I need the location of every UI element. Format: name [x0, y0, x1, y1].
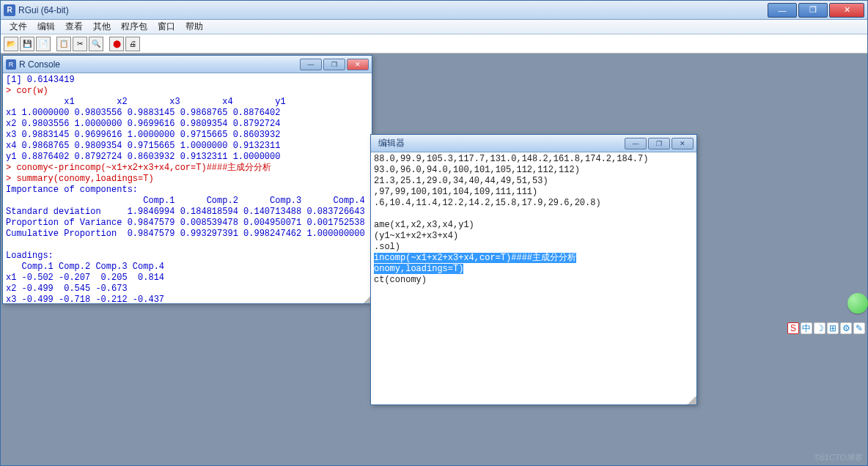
output-line: x3 -0.499 -0.718 -0.212 -0.437 — [6, 295, 164, 303]
output-line: Loadings: — [6, 251, 54, 261]
ime-symbol-icon[interactable]: ⊞ — [827, 322, 839, 334]
output-line: Importance of components: — [6, 185, 138, 195]
editor-line: 88.0,99.9,105.3,117.7,131.0,148.2,161.8,… — [374, 154, 648, 164]
output-line: x2 0.9803556 1.0000000 0.9699616 0.98093… — [6, 119, 280, 129]
ime-zh-icon[interactable]: 中 — [801, 322, 812, 334]
menu-file[interactable]: 文件 — [5, 19, 32, 34]
editor-min-button[interactable]: — — [625, 138, 647, 149]
editor-title: 编辑器 — [374, 137, 625, 149]
editor-selected: incomp(~x1+x2+x3+x4,cor=T)####主成分分析 — [374, 253, 576, 263]
editor-window: 编辑器 — ❐ ✕ 88.0,99.9,105.3,117.7,131.0,14… — [370, 134, 697, 405]
tool-save-icon[interactable]: 💾 — [20, 37, 34, 51]
output-line: x2 -0.499 0.545 -0.673 — [6, 284, 164, 294]
maximize-button[interactable]: ❐ — [798, 3, 828, 18]
ime-tool-icon[interactable]: ✎ — [853, 322, 865, 334]
menu-packages[interactable]: 程序包 — [117, 19, 152, 34]
editor-close-button[interactable]: ✕ — [672, 138, 694, 149]
output-line: Cumulative Proportion 0.9847579 0.993297… — [6, 229, 365, 239]
console-title: R Console — [19, 59, 300, 70]
editor-body[interactable]: 88.0,99.9,105.3,117.7,131.0,148.2,161.8,… — [371, 152, 696, 404]
console-max-button[interactable]: ❐ — [323, 59, 345, 70]
editor-max-button[interactable]: ❐ — [648, 138, 670, 149]
menu-edit[interactable]: 编辑 — [33, 19, 59, 34]
resize-grip-icon[interactable] — [688, 396, 696, 404]
output-line: [1] 0.6143419 — [6, 75, 75, 85]
output-line: x1 x2 x3 x4 y1 — [6, 97, 286, 107]
mdi-area: R R Console — ❐ ✕ [1] 0.6143419 > cor(w)… — [1, 53, 867, 465]
tool-print-icon[interactable]: 🖨 — [125, 37, 140, 51]
ime-moon-icon[interactable]: ☽ — [814, 322, 825, 334]
ime-s-icon[interactable]: S — [787, 322, 799, 334]
output-line: Proportion of Variance 0.9847579 0.00853… — [6, 218, 365, 228]
close-button[interactable]: ✕ — [829, 3, 864, 18]
output-line: > cor(w) — [6, 86, 48, 96]
output-line: x3 0.9883145 0.9699616 1.0000000 0.97156… — [6, 130, 280, 140]
editor-line: 93.0,96.0,94.0,100,101,105,112,112,112) — [374, 165, 580, 175]
output-line: x1 -0.502 -0.207 0.205 0.814 — [6, 273, 164, 283]
tool-open-icon[interactable]: 📂 — [4, 37, 18, 51]
main-titlebar: R RGui (64-bit) — ❐ ✕ — [1, 1, 867, 20]
editor-line: .6,10.4,11.4,12.2,14.2,15.8,17.9,29.6,20… — [374, 198, 601, 208]
menu-misc[interactable]: 其他 — [89, 19, 115, 34]
tool-stop-icon[interactable]: ⬤ — [109, 37, 124, 51]
output-line: > conomy<-princomp(~x1+x2+x3+x4,cor=T)##… — [6, 163, 271, 173]
editor-line: 21.3,25.1,29.0,34,40,44,49,51,53) — [374, 176, 548, 186]
editor-line: ,97,99,100,101,104,109,111,111) — [374, 187, 537, 197]
output-line: x4 0.9868765 0.9809354 0.9715665 1.00000… — [6, 141, 280, 151]
tool-paste-icon[interactable]: 📋 — [56, 37, 71, 51]
menubar: 文件 编辑 查看 其他 程序包 窗口 帮助 — [1, 20, 867, 34]
console-titlebar[interactable]: R R Console — ❐ ✕ — [3, 56, 372, 73]
toolbar: 📂 💾 📄 📋 ✂ 🔍 ⬤ 🖨 — [1, 34, 867, 53]
ime-gear-icon[interactable]: ⚙ — [840, 322, 852, 334]
editor-titlebar[interactable]: 编辑器 — ❐ ✕ — [371, 135, 696, 152]
output-line: y1 0.8876402 0.8792724 0.8603932 0.91323… — [6, 152, 280, 162]
main-window: R RGui (64-bit) — ❐ ✕ 文件 编辑 查看 其他 程序包 窗口… — [0, 0, 868, 466]
output-line: > summary(conomy,loadings=T) — [6, 174, 154, 184]
editor-line: ct(conomy) — [374, 275, 427, 285]
r-console-window: R R Console — ❐ ✕ [1] 0.6143419 > cor(w)… — [2, 55, 372, 304]
r-app-icon: R — [4, 4, 15, 16]
menu-view[interactable]: 查看 — [61, 19, 87, 34]
editor-selected: onomy,loadings=T) — [374, 264, 463, 274]
tool-zoom-icon[interactable]: 🔍 — [89, 37, 103, 51]
tool-copy-icon[interactable]: 📄 — [36, 37, 51, 51]
output-line: Comp.1 Comp.2 Comp.3 Comp.4 — [6, 262, 164, 272]
ime-toolbar: S 中 ☽ ⊞ ⚙ ✎ — [787, 322, 865, 334]
r-icon: R — [6, 59, 16, 70]
app-title: RGui (64-bit) — [18, 5, 768, 15]
output-line: x1 1.0000000 0.9803556 0.9883145 0.98687… — [6, 108, 280, 118]
status-badge[interactable] — [847, 293, 868, 314]
output-line: Comp.1 Comp.2 Comp.3 Comp.4 — [6, 196, 365, 206]
main-window-controls: — ❐ ✕ — [768, 3, 864, 18]
menu-help[interactable]: 帮助 — [181, 19, 207, 34]
editor-line: ame(x1,x2,x3,x4,y1) — [374, 220, 474, 230]
editor-line: (y1~x1+x2+x3+x4) — [374, 231, 458, 241]
watermark: ©51CTO博客 — [814, 452, 862, 463]
minimize-button[interactable]: — — [768, 3, 797, 18]
console-close-button[interactable]: ✕ — [347, 59, 369, 70]
console-min-button[interactable]: — — [300, 59, 322, 70]
tool-cut-icon[interactable]: ✂ — [73, 37, 87, 51]
editor-line: .sol) — [374, 242, 400, 252]
console-output[interactable]: [1] 0.6143419 > cor(w) x1 x2 x3 x4 y1 x1… — [3, 73, 372, 303]
menu-window[interactable]: 窗口 — [153, 19, 180, 34]
output-line: Standard deviation 1.9846994 0.184818594… — [6, 207, 365, 217]
